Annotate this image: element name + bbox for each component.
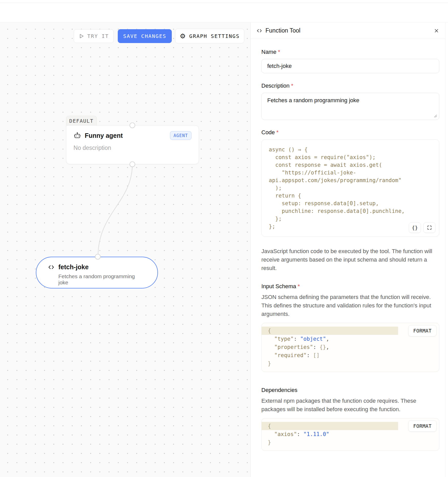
- format-schema-button[interactable]: FORMAT: [408, 325, 436, 336]
- gear-icon: ⚙: [180, 33, 186, 39]
- input-schema-help-text: JSON schema defining the parameters that…: [261, 293, 439, 318]
- dependencies-editor[interactable]: FORMAT { "axios": "1.11.0"}: [261, 418, 439, 451]
- save-changes-label: SAVE CHANGES: [123, 33, 166, 39]
- default-tab-label: DEFAULT: [69, 118, 94, 124]
- top-bar-divider: [0, 3, 448, 3]
- agent-node-title: Funny agent: [85, 132, 123, 139]
- input-schema-editor[interactable]: FORMAT { "type": "object", "properties":…: [261, 323, 439, 372]
- format-dependencies-button[interactable]: FORMAT: [408, 420, 436, 432]
- robot-icon: [73, 132, 81, 139]
- edge-connector: [0, 23, 250, 477]
- description-textarea[interactable]: Fetches a random programming joke: [261, 93, 439, 120]
- input-schema-label: Input Schema*: [261, 283, 439, 290]
- agent-type-badge: AGENT: [170, 131, 191, 140]
- expand-editor-button[interactable]: [423, 222, 435, 233]
- panel-scrollbar[interactable]: [445, 23, 448, 477]
- play-icon: [79, 33, 84, 39]
- code-label: Code*: [261, 129, 439, 136]
- required-asterisk: *: [291, 82, 293, 89]
- required-asterisk: *: [278, 49, 280, 55]
- try-it-button[interactable]: TRY IT: [74, 29, 114, 43]
- tool-node-description: Fetches a random programming joke: [58, 273, 146, 286]
- description-label: Description*: [261, 82, 439, 89]
- agent-node-description: No description: [73, 144, 191, 151]
- code-icon: [256, 28, 262, 34]
- graph-settings-button[interactable]: ⚙ GRAPH SETTINGS: [175, 29, 244, 43]
- fullscreen-icon: [427, 225, 432, 230]
- code-content: async () ⇒ { const axios = require("axio…: [269, 146, 432, 230]
- braces-icon: {}: [412, 225, 418, 231]
- try-it-label: TRY IT: [87, 33, 109, 39]
- code-icon: [48, 264, 55, 271]
- graph-settings-label: GRAPH SETTINGS: [189, 33, 240, 39]
- code-help-text: JavaScript function code to be executed …: [261, 247, 439, 272]
- required-asterisk: *: [298, 283, 300, 289]
- format-braces-button[interactable]: {}: [409, 222, 421, 233]
- agent-node-top-handle[interactable]: [130, 122, 135, 128]
- name-label: Name*: [261, 49, 439, 55]
- code-editor[interactable]: async () ⇒ { const axios = require("axio…: [261, 139, 439, 237]
- top-bar: [0, 0, 448, 23]
- function-tool-panel: Function Tool Name* Description* Fetches…: [250, 23, 448, 477]
- panel-header: Function Tool: [251, 23, 448, 39]
- panel-body: Name* Description* Fetches a random prog…: [251, 39, 448, 451]
- name-input[interactable]: [261, 59, 439, 73]
- tool-node-title: fetch-joke: [58, 263, 89, 271]
- close-icon[interactable]: [433, 27, 440, 35]
- dependencies-label: Dependencies: [261, 387, 439, 393]
- panel-title: Function Tool: [265, 27, 300, 34]
- resize-handle-icon[interactable]: [433, 114, 437, 118]
- save-changes-button[interactable]: SAVE CHANGES: [118, 29, 172, 43]
- agent-node[interactable]: Funny agent AGENT No description: [66, 125, 199, 164]
- tool-node-fetch-joke[interactable]: fetch-joke Fetches a random programming …: [36, 257, 158, 288]
- required-asterisk: *: [276, 129, 279, 136]
- agent-node-default-tab[interactable]: DEFAULT: [66, 116, 97, 126]
- tool-node-top-handle[interactable]: [95, 254, 101, 260]
- graph-canvas[interactable]: TRY IT SAVE CHANGES ⚙ GRAPH SETTINGS DEF…: [0, 23, 250, 477]
- agent-node-bottom-handle[interactable]: [130, 161, 135, 167]
- dependencies-help-text: External npm packages that the function …: [261, 397, 439, 413]
